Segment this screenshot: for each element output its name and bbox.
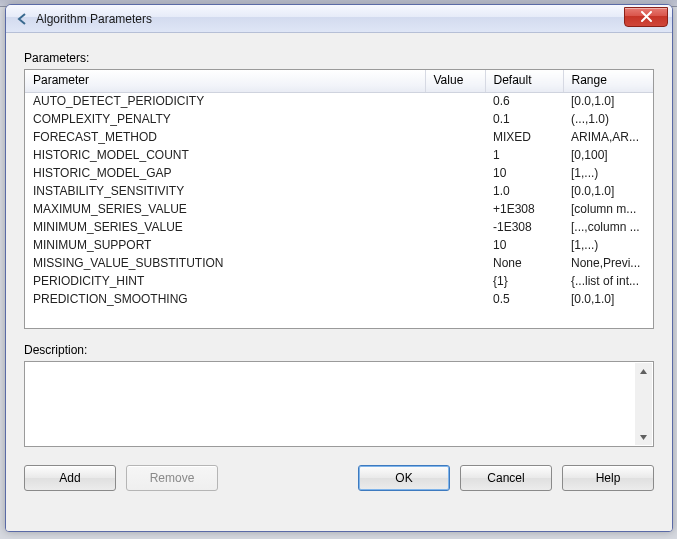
cell-value[interactable] [425, 272, 485, 290]
cell-parameter[interactable]: MISSING_VALUE_SUBSTITUTION [25, 254, 425, 272]
parameters-table[interactable]: Parameter Value Default Range AUTO_DETEC… [25, 70, 653, 308]
cell-parameter[interactable]: HISTORIC_MODEL_GAP [25, 164, 425, 182]
cell-default[interactable]: 0.5 [485, 290, 563, 308]
cell-value[interactable] [425, 218, 485, 236]
col-range[interactable]: Range [563, 70, 653, 92]
description-box[interactable] [24, 361, 654, 447]
table-row[interactable]: COMPLEXITY_PENALTY0.1(...,1.0) [25, 110, 653, 128]
cell-range[interactable]: [1,...) [563, 236, 653, 254]
table-row[interactable]: MINIMUM_SUPPORT10[1,...) [25, 236, 653, 254]
cell-value[interactable] [425, 236, 485, 254]
ok-button[interactable]: OK [358, 465, 450, 491]
cell-parameter[interactable]: MINIMUM_SERIES_VALUE [25, 218, 425, 236]
cell-default[interactable]: 10 [485, 164, 563, 182]
cell-value[interactable] [425, 182, 485, 200]
cell-value[interactable] [425, 110, 485, 128]
cell-value[interactable] [425, 128, 485, 146]
cell-range[interactable]: [0.0,1.0] [563, 92, 653, 110]
cell-range[interactable]: [0.0,1.0] [563, 290, 653, 308]
cell-parameter[interactable]: MINIMUM_SUPPORT [25, 236, 425, 254]
table-row[interactable]: MAXIMUM_SERIES_VALUE+1E308[column m... [25, 200, 653, 218]
button-row: Add Remove OK Cancel Help [24, 465, 654, 491]
help-button[interactable]: Help [562, 465, 654, 491]
table-row[interactable]: HISTORIC_MODEL_COUNT1[0,100] [25, 146, 653, 164]
cell-default[interactable]: +1E308 [485, 200, 563, 218]
spacer [228, 465, 348, 491]
description-label: Description: [24, 343, 654, 357]
window-title: Algorithm Parameters [36, 12, 624, 26]
app-icon [14, 11, 30, 27]
cell-value[interactable] [425, 290, 485, 308]
dialog-body: Parameters: Parameter Value Default Rang… [6, 33, 672, 531]
table-row[interactable]: PREDICTION_SMOOTHING0.5[0.0,1.0] [25, 290, 653, 308]
remove-button[interactable]: Remove [126, 465, 218, 491]
cell-default[interactable]: 10 [485, 236, 563, 254]
cell-range[interactable]: [1,...) [563, 164, 653, 182]
cell-range[interactable]: {...list of int... [563, 272, 653, 290]
scroll-down-icon[interactable] [636, 429, 651, 445]
cell-value[interactable] [425, 200, 485, 218]
close-button[interactable] [624, 7, 668, 27]
cell-parameter[interactable]: AUTO_DETECT_PERIODICITY [25, 92, 425, 110]
description-text [25, 362, 653, 370]
cell-value[interactable] [425, 254, 485, 272]
cell-range[interactable]: [column m... [563, 200, 653, 218]
cell-value[interactable] [425, 146, 485, 164]
cell-parameter[interactable]: INSTABILITY_SENSITIVITY [25, 182, 425, 200]
cell-default[interactable]: -1E308 [485, 218, 563, 236]
col-value[interactable]: Value [425, 70, 485, 92]
table-header-row: Parameter Value Default Range [25, 70, 653, 92]
parameters-table-container: Parameter Value Default Range AUTO_DETEC… [24, 69, 654, 329]
cell-default[interactable]: 0.1 [485, 110, 563, 128]
cell-range[interactable]: [0,100] [563, 146, 653, 164]
cancel-button[interactable]: Cancel [460, 465, 552, 491]
cell-parameter[interactable]: PREDICTION_SMOOTHING [25, 290, 425, 308]
add-button[interactable]: Add [24, 465, 116, 491]
cell-range[interactable]: [0.0,1.0] [563, 182, 653, 200]
scroll-up-icon[interactable] [636, 363, 651, 379]
cell-range[interactable]: ARIMA,AR... [563, 128, 653, 146]
cell-parameter[interactable]: FORECAST_METHOD [25, 128, 425, 146]
col-parameter[interactable]: Parameter [25, 70, 425, 92]
table-row[interactable]: HISTORIC_MODEL_GAP10[1,...) [25, 164, 653, 182]
cell-parameter[interactable]: HISTORIC_MODEL_COUNT [25, 146, 425, 164]
table-row[interactable]: PERIODICITY_HINT{1}{...list of int... [25, 272, 653, 290]
cell-value[interactable] [425, 164, 485, 182]
cell-default[interactable]: 1 [485, 146, 563, 164]
table-row[interactable]: INSTABILITY_SENSITIVITY1.0[0.0,1.0] [25, 182, 653, 200]
cell-range[interactable]: None,Previ... [563, 254, 653, 272]
cell-default[interactable]: {1} [485, 272, 563, 290]
table-row[interactable]: MINIMUM_SERIES_VALUE-1E308[...,column ..… [25, 218, 653, 236]
cell-default[interactable]: 1.0 [485, 182, 563, 200]
cell-range[interactable]: [...,column ... [563, 218, 653, 236]
cell-parameter[interactable]: COMPLEXITY_PENALTY [25, 110, 425, 128]
cell-value[interactable] [425, 92, 485, 110]
table-row[interactable]: MISSING_VALUE_SUBSTITUTIONNoneNone,Previ… [25, 254, 653, 272]
table-row[interactable]: FORECAST_METHODMIXEDARIMA,AR... [25, 128, 653, 146]
cell-default[interactable]: 0.6 [485, 92, 563, 110]
cell-range[interactable]: (...,1.0) [563, 110, 653, 128]
description-scrollbar[interactable] [635, 363, 652, 445]
col-default[interactable]: Default [485, 70, 563, 92]
cell-default[interactable]: MIXED [485, 128, 563, 146]
cell-parameter[interactable]: PERIODICITY_HINT [25, 272, 425, 290]
titlebar[interactable]: Algorithm Parameters [6, 5, 672, 33]
cell-parameter[interactable]: MAXIMUM_SERIES_VALUE [25, 200, 425, 218]
algorithm-parameters-dialog: Algorithm Parameters Parameters: Paramet… [5, 4, 673, 532]
parameters-label: Parameters: [24, 51, 654, 65]
cell-default[interactable]: None [485, 254, 563, 272]
table-row[interactable]: AUTO_DETECT_PERIODICITY0.6[0.0,1.0] [25, 92, 653, 110]
